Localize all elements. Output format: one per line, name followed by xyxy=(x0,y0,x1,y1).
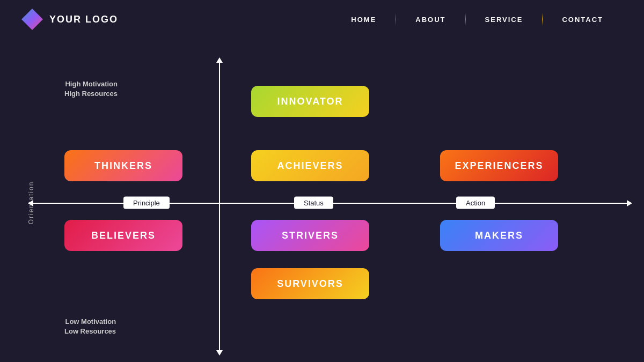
segment-thinkers[interactable]: THINKERS xyxy=(64,150,182,181)
segment-experiencers[interactable]: EXPERIENCERS xyxy=(440,150,558,181)
segment-survivors[interactable]: SURVIVORS xyxy=(251,268,369,299)
segment-strivers[interactable]: STRIVERS xyxy=(251,220,369,251)
segment-makers[interactable]: MAKERS xyxy=(440,220,558,251)
vertical-axis xyxy=(219,62,220,351)
low-motivation-label: Low Motivation Low Resources xyxy=(64,317,116,336)
nav-home[interactable]: HOME xyxy=(332,16,396,24)
horizontal-axis: Principle Status Action xyxy=(32,203,628,204)
logo-text: YOUR LOGO xyxy=(49,14,118,25)
nav-about[interactable]: ABOUT xyxy=(396,16,465,24)
axis-label-action: Action xyxy=(456,196,495,209)
logo-icon xyxy=(21,9,43,30)
high-motivation-label: High Motivation High Resources xyxy=(64,79,118,99)
segment-innovator[interactable]: INNOVATOR xyxy=(251,86,369,117)
axis-label-principle: Principle xyxy=(123,196,170,209)
logo-area: YOUR LOGO xyxy=(21,9,118,30)
nav-menu: HOME ABOUT SERVICE CONTACT xyxy=(332,13,623,26)
axis-label-status: Status xyxy=(294,196,333,209)
segment-believers[interactable]: BELIEVERS xyxy=(64,220,182,251)
header: YOUR LOGO HOME ABOUT SERVICE CONTACT xyxy=(0,0,644,39)
chart-container: Orientation High Motivation High Resourc… xyxy=(0,43,644,362)
nav-contact[interactable]: CONTACT xyxy=(543,16,623,24)
segment-achievers[interactable]: ACHIEVERS xyxy=(251,150,369,181)
nav-service[interactable]: SERVICE xyxy=(466,16,543,24)
